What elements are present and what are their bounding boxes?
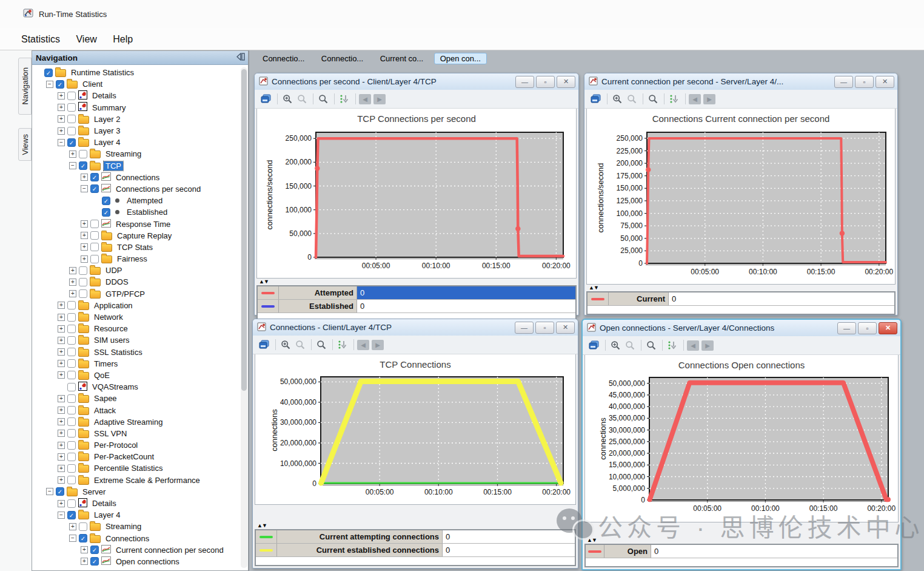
restore-button[interactable]: ▫ (535, 322, 554, 334)
tree-checkbox[interactable] (67, 383, 76, 391)
tree-item-adaptive-streaming[interactable]: +Adaptive Streaming (32, 416, 240, 428)
tree-checkbox[interactable] (67, 336, 76, 345)
tree-checkbox[interactable]: ✓ (90, 546, 99, 554)
zoom-select-icon[interactable] (316, 92, 330, 106)
expand-icon[interactable]: + (58, 360, 65, 367)
tree-item-udp[interactable]: +UDP (32, 265, 240, 276)
side-tab-navigation[interactable]: Navigation (18, 58, 32, 115)
tree-checkbox[interactable] (67, 441, 76, 450)
back-icon[interactable]: ◀ (359, 94, 371, 104)
tree-item-capture-replay[interactable]: +Capture Replay (32, 230, 240, 242)
expand-icon[interactable]: + (58, 92, 65, 100)
expand-icon[interactable]: + (81, 255, 88, 263)
collapse-icon[interactable]: − (58, 139, 65, 146)
tree-item-gtp-pfcp[interactable]: +GTP/PFCP (32, 288, 240, 300)
back-icon[interactable]: ◀ (357, 340, 369, 350)
zoom-out-icon[interactable] (293, 338, 307, 351)
tree-item-percentile-statistics[interactable]: +Percentile Statistics (32, 462, 240, 474)
auto-scroll-icon[interactable] (666, 339, 679, 352)
tree-item-runtime-statistics[interactable]: ✓Runtime Statistics (32, 67, 240, 78)
forward-icon[interactable]: ▶ (372, 340, 384, 350)
tree-checkbox[interactable] (67, 371, 76, 379)
expand-icon[interactable]: + (58, 465, 65, 472)
tree-checkbox[interactable]: ✓ (67, 511, 76, 519)
tree-checkbox[interactable]: ✓ (56, 487, 64, 496)
tree-checkbox[interactable] (67, 429, 76, 438)
legend-row[interactable]: Current 0 (588, 292, 894, 306)
tree-item-application[interactable]: +Application (32, 300, 240, 311)
back-icon[interactable]: ◀ (687, 340, 699, 351)
tree-item-server[interactable]: −✓Server (32, 486, 240, 498)
tree-checkbox[interactable] (67, 115, 76, 123)
close-button[interactable]: ✕ (875, 76, 894, 88)
tree-checkbox[interactable]: ✓ (90, 184, 99, 193)
expand-icon[interactable]: + (81, 220, 88, 228)
tab-connections[interactable]: Connectio... (315, 53, 369, 64)
forward-icon[interactable]: ▶ (701, 340, 714, 351)
expand-icon[interactable]: + (81, 232, 88, 239)
expand-icon[interactable]: + (58, 104, 65, 111)
tree-checkbox[interactable] (90, 220, 99, 228)
expand-icon[interactable]: + (58, 418, 65, 425)
close-button[interactable]: ✕ (879, 322, 897, 334)
tree-checkbox[interactable]: ✓ (102, 197, 110, 205)
legend-sort-icon[interactable]: ▲▼ (586, 285, 896, 291)
tree-item-attempted[interactable]: ✓Attempted (32, 195, 240, 206)
tree-item-summary[interactable]: +Summary (32, 102, 240, 113)
minimize-button[interactable]: — (837, 322, 856, 334)
back-icon[interactable]: ◀ (689, 94, 701, 104)
window-title-bar[interactable]: Connections - Client/Layer 4/TCP — ▫ ✕ (253, 319, 578, 336)
tree-item-sim-users[interactable]: +SIM users (32, 334, 240, 346)
tree-item-resource[interactable]: +Resource (32, 323, 240, 334)
line-chart[interactable]: 010,000,00020,000,00030,000,00040,000,00… (258, 371, 573, 504)
restore-button[interactable]: ▫ (858, 322, 877, 334)
tree-checkbox[interactable]: ✓ (102, 208, 110, 217)
collapse-icon[interactable]: − (69, 162, 76, 169)
tree-checkbox[interactable] (67, 325, 76, 333)
tree-checkbox[interactable]: ✓ (67, 138, 76, 147)
tree-item-established[interactable]: ✓Established (32, 206, 240, 218)
expand-icon[interactable]: + (58, 302, 65, 309)
legend-sort-icon[interactable]: ▲▼ (584, 537, 899, 544)
expand-icon[interactable]: + (81, 243, 88, 251)
tree-checkbox[interactable] (79, 278, 87, 286)
tree-checkbox[interactable]: ✓ (79, 161, 87, 170)
zoom-in-icon[interactable] (609, 339, 622, 352)
zoom-out-icon[interactable] (623, 339, 637, 352)
forward-icon[interactable]: ▶ (703, 94, 715, 104)
tab-open-connections[interactable]: Open con... (434, 53, 487, 64)
tree-checkbox[interactable] (79, 289, 87, 298)
tree-checkbox[interactable] (67, 417, 76, 426)
expand-icon[interactable]: + (81, 546, 88, 553)
tree-item-timers[interactable]: +Timers (32, 358, 240, 370)
expand-icon[interactable]: + (69, 267, 76, 274)
tree-item-sapee[interactable]: +Sapee (32, 393, 240, 404)
legend-sort-icon[interactable]: ▲▼ (255, 522, 576, 529)
tree-item-layer-3[interactable]: +Layer 3 (32, 125, 240, 137)
legend-row[interactable]: Current established connections 0 (256, 544, 575, 557)
line-chart[interactable]: 025,00050,00075,000100,000125,000150,000… (588, 125, 894, 284)
tree-checkbox[interactable] (67, 499, 76, 508)
tree-item-per-protocol[interactable]: +Per-Protocol (32, 439, 240, 451)
zoom-select-icon[interactable] (315, 338, 328, 351)
tree-checkbox[interactable]: ✓ (90, 173, 99, 181)
auto-scroll-icon[interactable] (338, 92, 351, 106)
collapse-icon[interactable]: − (46, 488, 53, 495)
expand-icon[interactable]: + (69, 150, 76, 158)
tree-checkbox[interactable] (67, 476, 76, 484)
tree-item-details[interactable]: +Details (32, 498, 240, 509)
tab-connections-per-second[interactable]: Connectio... (256, 53, 310, 64)
minimize-button[interactable]: — (515, 322, 534, 334)
tree-item-extreme-scale-performance[interactable]: +Extreme Scale & Performance (32, 475, 240, 486)
tree-item-layer-4[interactable]: −✓Layer 4 (32, 509, 240, 521)
legend-row[interactable]: Current attempting connections 0 (256, 530, 575, 544)
tree-checkbox[interactable] (67, 301, 76, 309)
nav-scrollbar-thumb[interactable] (241, 69, 247, 391)
legend-row[interactable]: Attempted 0 (258, 286, 575, 300)
tree-item-fairness[interactable]: +Fairness (32, 253, 240, 265)
tree-item-attack[interactable]: +Attack (32, 404, 240, 416)
expand-icon[interactable]: + (58, 500, 65, 507)
expand-icon[interactable]: + (81, 558, 88, 565)
expand-icon[interactable]: + (58, 337, 65, 344)
tree-item-streaming[interactable]: +Streaming (32, 521, 240, 532)
